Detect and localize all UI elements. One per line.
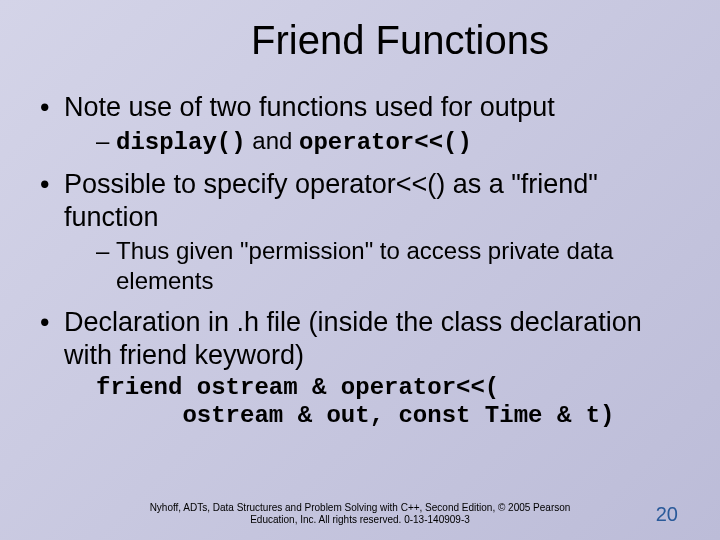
footer-citation: Nyhoff, ADTs, Data Structures and Proble… xyxy=(0,502,720,526)
sub-mid-text: and xyxy=(246,127,299,154)
bullet-1-sub: display() and operator<<() xyxy=(64,126,688,158)
bullet-2-sub-list: Thus given "permission" to access privat… xyxy=(64,236,688,296)
bullet-1-sub-list: display() and operator<<() xyxy=(64,126,688,158)
code-operator: operator<<() xyxy=(299,129,472,156)
footer-line-1: Nyhoff, ADTs, Data Structures and Proble… xyxy=(150,502,571,513)
bullet-list: Note use of two functions used for outpu… xyxy=(32,91,688,431)
code-line-2: ostream & out, const Time & t) xyxy=(96,402,614,429)
bullet-1: Note use of two functions used for outpu… xyxy=(32,91,688,158)
bullet-2-sub: Thus given "permission" to access privat… xyxy=(64,236,688,296)
bullet-2: Possible to specify operator<<() as a "f… xyxy=(32,168,688,296)
bullet-3: Declaration in .h file (inside the class… xyxy=(32,306,688,431)
code-line-1: friend ostream & operator<<( xyxy=(96,374,499,401)
bullet-3-text: Declaration in .h file (inside the class… xyxy=(64,307,642,370)
slide-title: Friend Functions xyxy=(32,18,688,63)
footer-line-2: Education, Inc. All rights reserved. 0-1… xyxy=(250,514,470,525)
bullet-2-text: Possible to specify operator<<() as a "f… xyxy=(64,169,598,232)
page-number: 20 xyxy=(656,503,678,526)
slide: Friend Functions Note use of two functio… xyxy=(0,0,720,540)
bullet-1-text: Note use of two functions used for outpu… xyxy=(64,92,555,122)
code-block: friend ostream & operator<<( ostream & o… xyxy=(64,374,688,432)
bullet-2-sub-text: Thus given "permission" to access privat… xyxy=(116,237,613,294)
code-display: display() xyxy=(116,129,246,156)
